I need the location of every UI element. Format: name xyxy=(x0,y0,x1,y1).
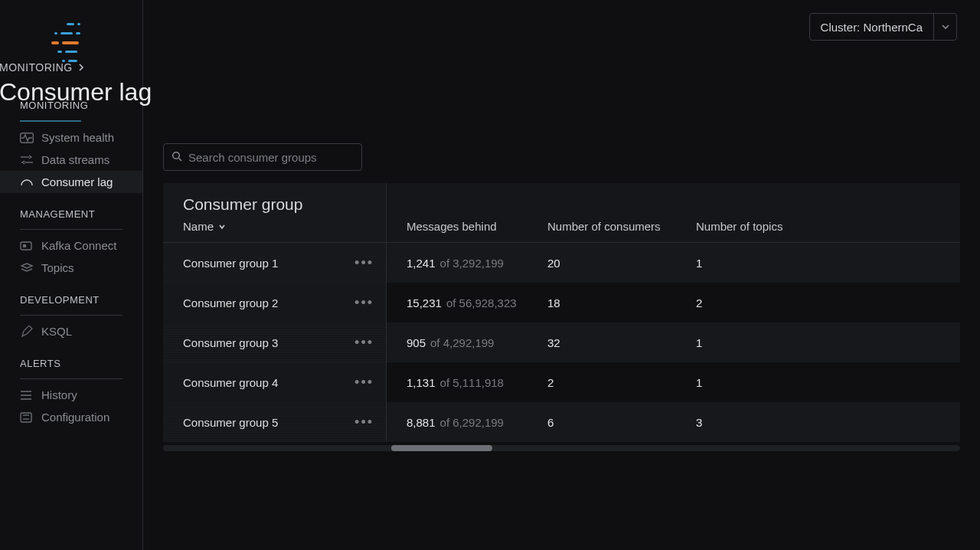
row-actions-icon[interactable]: ••• xyxy=(350,295,378,311)
svg-rect-0 xyxy=(67,23,74,25)
section-underline xyxy=(20,229,122,230)
row-actions-icon[interactable]: ••• xyxy=(350,414,378,431)
cell-messages: 15,231of 56,928,323 xyxy=(387,283,528,322)
row-actions-icon[interactable]: ••• xyxy=(350,255,378,271)
row-actions-icon[interactable]: ••• xyxy=(350,335,378,351)
messages-behind: 15,231 xyxy=(407,296,442,309)
sidebar-item-configuration[interactable]: Configuration xyxy=(0,406,142,428)
plug-icon xyxy=(20,240,34,252)
column-header-topics[interactable]: Number of topics xyxy=(676,183,960,242)
cell-topics: 1 xyxy=(676,322,960,362)
chevron-down-icon xyxy=(218,223,226,231)
column-header-messages[interactable]: Messages behind xyxy=(387,183,528,242)
cell-consumers: 6 xyxy=(528,402,676,442)
sidebar-item-label: Configuration xyxy=(41,411,109,424)
scrollbar-thumb[interactable] xyxy=(391,445,492,451)
svg-rect-1 xyxy=(77,23,80,25)
search-input-wrap[interactable] xyxy=(163,143,362,171)
svg-rect-2 xyxy=(54,32,57,34)
svg-rect-8 xyxy=(65,51,77,53)
sidebar-section-alerts: ALERTS xyxy=(0,342,142,375)
cell-topics: 1 xyxy=(676,362,960,402)
cell-consumers: 2 xyxy=(528,362,676,402)
messages-behind: 1,241 xyxy=(407,257,436,270)
section-underline xyxy=(20,378,122,379)
list-icon xyxy=(20,389,34,401)
sidebar-item-consumer-lag[interactable]: Consumer lag xyxy=(0,171,142,193)
svg-rect-7 xyxy=(57,51,62,53)
sidebar-item-system-health[interactable]: System health xyxy=(0,126,142,149)
svg-rect-5 xyxy=(51,41,59,44)
svg-rect-20 xyxy=(21,413,31,422)
cell-messages: 1,241of 3,292,199 xyxy=(387,243,528,283)
breadcrumb[interactable]: MONITORING xyxy=(0,61,980,74)
cell-messages: 905of 4,292,199 xyxy=(387,322,528,362)
sidebar-section-development: DEVELOPMENT xyxy=(0,279,142,312)
cell-topics: 3 xyxy=(676,402,960,442)
group-name: Consumer group 1 xyxy=(183,257,278,270)
svg-marker-16 xyxy=(21,264,32,268)
pulse-icon xyxy=(20,132,34,144)
messages-total: of 3,292,199 xyxy=(440,257,504,270)
pen-icon xyxy=(20,326,34,338)
messages-total: of 6,292,199 xyxy=(440,416,504,429)
cluster-selector-label: Cluster: NorthernCa xyxy=(810,14,933,40)
cell-group: Consumer group 3••• xyxy=(163,322,387,362)
messages-total: of 4,292,199 xyxy=(430,336,494,349)
sidebar-item-topics[interactable]: Topics xyxy=(0,257,142,279)
topbar: Cluster: NorthernCa xyxy=(143,0,980,54)
messages-behind: 8,881 xyxy=(407,416,436,429)
cell-topics: 2 xyxy=(676,283,960,322)
sidebar-item-label: Data streams xyxy=(41,153,109,166)
cell-group: Consumer group 1••• xyxy=(163,243,387,283)
sidebar-item-ksql[interactable]: KSQL xyxy=(0,320,142,342)
sidebar-item-kafka-connect[interactable]: Kafka Connect xyxy=(0,234,142,257)
group-header-title: Consumer group xyxy=(183,195,386,214)
group-name: Consumer group 3 xyxy=(183,336,278,349)
breadcrumb-label: MONITORING xyxy=(0,61,73,74)
svg-rect-15 xyxy=(23,244,26,247)
sidebar-item-label: System health xyxy=(41,131,114,144)
cluster-selector[interactable]: Cluster: NorthernCa xyxy=(809,13,957,41)
sidebar-item-history[interactable]: History xyxy=(0,384,142,406)
horizontal-scrollbar[interactable] xyxy=(163,445,960,451)
sidebar-section-management: MANAGEMENT xyxy=(0,193,142,226)
group-name: Consumer group 2 xyxy=(183,296,278,309)
table-body: Consumer group 1•••1,241of 3,292,199201C… xyxy=(163,243,960,442)
consumer-groups-table: Consumer group Name Messages behind Numb… xyxy=(163,183,960,451)
svg-rect-4 xyxy=(76,32,80,34)
cell-consumers: 20 xyxy=(528,243,676,283)
cell-messages: 8,881of 6,292,199 xyxy=(387,402,528,442)
row-actions-icon[interactable]: ••• xyxy=(350,375,378,391)
table-row[interactable]: Consumer group 3•••905of 4,292,199321 xyxy=(163,322,960,362)
cell-consumers: 18 xyxy=(528,283,676,322)
column-header-consumers[interactable]: Number of consumers xyxy=(528,183,676,242)
svg-point-23 xyxy=(173,152,180,159)
table-header: Consumer group Name Messages behind Numb… xyxy=(163,183,960,243)
page-title: Consumer lag xyxy=(0,78,980,106)
group-name: Consumer group 5 xyxy=(183,416,278,429)
table-row[interactable]: Consumer group 2•••15,231of 56,928,32318… xyxy=(163,283,960,322)
search-icon xyxy=(172,151,182,164)
sidebar-item-label: Consumer lag xyxy=(41,175,113,188)
cell-topics: 1 xyxy=(676,243,960,283)
column-header-group: Consumer group Name xyxy=(163,183,387,242)
cell-messages: 1,131of 5,111,918 xyxy=(387,362,528,402)
group-name: Consumer group 4 xyxy=(183,376,278,389)
svg-line-24 xyxy=(179,158,182,161)
search-input[interactable] xyxy=(188,151,354,164)
chevron-right-icon xyxy=(77,64,85,71)
messages-behind: 905 xyxy=(407,336,426,349)
chevron-down-icon xyxy=(933,14,956,40)
section-underline xyxy=(20,315,122,316)
cell-group: Consumer group 4••• xyxy=(163,362,387,402)
sidebar-item-label: Kafka Connect xyxy=(41,239,116,252)
cell-group: Consumer group 5••• xyxy=(163,402,387,442)
svg-rect-6 xyxy=(62,41,79,44)
table-row[interactable]: Consumer group 1•••1,241of 3,292,199201 xyxy=(163,243,960,283)
sort-label: Name xyxy=(183,220,214,233)
sort-by-name[interactable]: Name xyxy=(183,220,386,233)
sidebar-item-data-streams[interactable]: Data streams xyxy=(0,149,142,171)
table-row[interactable]: Consumer group 5•••8,881of 6,292,19963 xyxy=(163,402,960,442)
table-row[interactable]: Consumer group 4•••1,131of 5,111,91821 xyxy=(163,362,960,402)
